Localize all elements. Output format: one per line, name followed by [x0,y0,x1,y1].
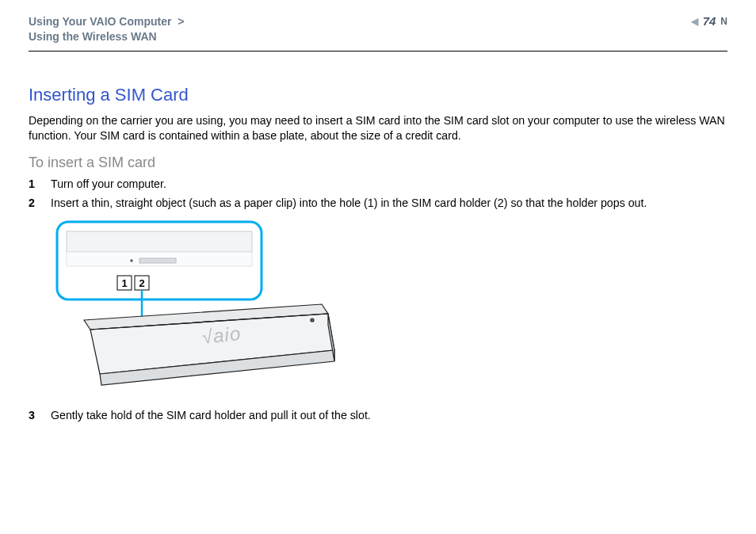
breadcrumb-line1: Using Your VAIO Computer [29,15,171,28]
svg-point-4 [130,259,132,261]
section-title: Inserting a SIM Card [29,85,727,105]
list-item: 3 Gently take hold of the SIM card holde… [29,409,727,421]
step-number: 1 [29,177,40,190]
subsection-title: To insert a SIM card [29,154,727,171]
step-number: 2 [29,196,40,209]
breadcrumb: Using Your VAIO Computer > Using the Wir… [29,14,185,44]
page-content: Inserting a SIM Card Depending on the ca… [0,51,756,421]
steps-list: 1 Turn off your computer. 2 Insert a thi… [29,177,727,209]
svg-rect-1 [67,231,252,252]
intro-paragraph: Depending on the carrier you are using, … [29,113,727,143]
steps-list-continued: 3 Gently take hold of the SIM card holde… [29,409,727,421]
step-text: Insert a thin, straight object (such as … [51,196,647,209]
pager: ◀ 74 N [691,14,727,28]
callout-one: 1 [121,277,127,289]
illustration: 1 2 [52,217,346,399]
list-item: 2 Insert a thin, straight object (such a… [29,196,727,209]
breadcrumb-line2: Using the Wireless WAN [29,30,157,43]
callout-two: 2 [139,277,144,289]
next-page-button[interactable]: N [720,16,727,27]
chevron-right-icon: > [178,15,184,28]
list-item: 1 Turn off your computer. [29,177,727,190]
step-text: Gently take hold of the SIM card holder … [51,409,371,421]
step-text: Turn off your computer. [51,177,166,190]
svg-rect-3 [139,258,176,263]
page-header: Using Your VAIO Computer > Using the Wir… [29,0,727,51]
prev-page-button[interactable]: ◀ [691,16,698,27]
svg-point-14 [311,318,314,322]
step-number: 3 [29,409,40,421]
svg-text:√aio: √aio [201,322,242,348]
page-number: 74 [703,14,716,28]
